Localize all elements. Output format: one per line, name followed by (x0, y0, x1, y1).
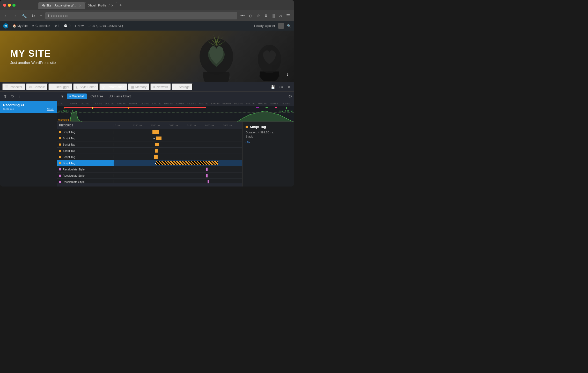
record-bar (152, 130, 159, 134)
address-bar[interactable]: ℹ ●●●●●●●●●● (45, 12, 237, 19)
maximize-button[interactable] (12, 4, 16, 7)
sidebar-button[interactable]: ▱ (277, 12, 284, 19)
tab-style-editor[interactable]: {} Style Editor (73, 83, 99, 90)
export-recording-button[interactable]: ↑ (17, 94, 21, 99)
wp-admin-mysite[interactable]: 🏠 My Site (12, 24, 28, 28)
record-name: Script Tag (63, 131, 75, 134)
bookmark-button[interactable]: ☆ (255, 12, 262, 19)
table-row[interactable]: Script Tag (57, 141, 242, 148)
flame-chart-button[interactable]: JS Flame Chart (107, 94, 133, 99)
delete-recording-button[interactable]: 🗑 (2, 94, 8, 99)
table-row[interactable]: Script Tag ▶ (57, 160, 242, 166)
menu-button[interactable]: ☰ (285, 12, 291, 19)
save-recording-button[interactable]: Save (47, 107, 54, 111)
record-bar-selected (156, 161, 218, 165)
tab-performance[interactable]: ◎ Performance (99, 83, 127, 90)
tab-mysite[interactable]: My Site – Just another WordPress s ✕ (38, 2, 85, 9)
history-button[interactable]: ||| (270, 12, 276, 19)
filter-button[interactable]: ▼ (59, 93, 66, 99)
script-color-indicator (59, 162, 61, 164)
wp-admin-right: Howdy, wpuser 🔍 (254, 23, 291, 29)
waterfall-button[interactable]: ≡ Waterfall (67, 94, 87, 99)
forward-button[interactable]: → (11, 12, 19, 19)
tab-storage[interactable]: ⊞ Storage (172, 83, 193, 90)
detail-stack-link[interactable]: /:60 (246, 140, 250, 143)
time-scale: 0 ms 1280 ms 2560 ms 3840 ms 5120 ms 640… (114, 124, 242, 127)
table-row[interactable]: Script Tag ▶ (57, 135, 242, 141)
tab-inspector[interactable]: ☰ Inspector (2, 83, 25, 90)
time-mark: 7680 ms (223, 124, 241, 127)
new-tab-button[interactable]: + (117, 2, 124, 9)
tab-close-icon[interactable]: ✕ (79, 4, 82, 8)
table-row[interactable]: Script Tag (57, 148, 242, 154)
records-list: Script Tag Script Tag (57, 129, 242, 183)
table-row[interactable]: Recalculate Style (57, 179, 242, 183)
search-icon[interactable]: 🔍 (287, 24, 291, 28)
minimize-button[interactable] (8, 4, 11, 7)
pocket-button[interactable]: ⊙ (247, 12, 254, 19)
ruler-mark: 3200 ms (152, 102, 164, 105)
more-devtools-button[interactable]: ••• (278, 84, 285, 90)
storage-icon: ⊞ (175, 85, 178, 89)
record-bar (155, 143, 159, 146)
fps-max-label: max 60 fps (58, 110, 69, 112)
hero-title: MY SITE (10, 48, 56, 59)
new-recording-button[interactable]: ↻ (10, 94, 16, 99)
marker-green2 (286, 107, 287, 109)
table-row[interactable]: Recalculate Style (57, 173, 242, 179)
table-row[interactable]: Recalculate Style (57, 166, 242, 173)
style-editor-icon: {} (76, 85, 78, 89)
tab-memory[interactable]: ▦ Memory (128, 83, 150, 90)
time-mark: 0 ms (115, 124, 133, 127)
reload-button[interactable]: ↻ (30, 12, 36, 19)
wp-admin-bar: W 🏠 My Site ✏ Customize ↻ 1 💬 0 + New 0.… (0, 21, 294, 31)
style-color-indicator (59, 168, 61, 170)
performance-main: ▼ ≡ Waterfall Call Tree JS Flame Chart ⚙ (57, 92, 294, 187)
scroll-down-icon[interactable]: ↓ (286, 71, 289, 77)
perf-settings-button[interactable]: ⚙ (288, 94, 292, 99)
tab-network[interactable]: ≡ Network (150, 83, 171, 90)
performance-icon: ◎ (102, 85, 105, 89)
more-button[interactable]: ••• (239, 12, 246, 19)
record-bar-area (114, 154, 242, 160)
download-button[interactable]: ⬇ (263, 12, 269, 19)
timeline-content: RECORDS 0 ms 1280 ms 2560 ms 3840 ms 512… (57, 122, 294, 187)
tab-xhgui[interactable]: Xhgui - Profile - / ✕ (85, 2, 117, 9)
fps-line (57, 112, 294, 113)
ruler-mark: 6000 ms (234, 102, 246, 105)
table-row[interactable]: Script Tag (57, 154, 242, 160)
tools-button[interactable]: 🔧 (20, 12, 28, 19)
devtools-tabbar: ☰ Inspector ▭ Console ⬡ Debugger {} Styl… (0, 82, 294, 92)
ruler-mark: 4000 ms (175, 102, 187, 105)
close-button[interactable] (3, 4, 6, 7)
tab-debugger[interactable]: ⬡ Debugger (48, 83, 72, 90)
records-header-label: RECORDS (57, 124, 114, 127)
style-color-indicator (59, 175, 61, 177)
ruler-mark: 6800 ms (258, 102, 269, 105)
back-button[interactable]: ← (3, 12, 10, 19)
wp-admin-customize[interactable]: ✏ Customize (32, 24, 50, 28)
home-button[interactable]: ⌂ (38, 12, 44, 19)
call-tree-button[interactable]: Call Tree (88, 94, 106, 99)
wp-admin-new[interactable]: + New (75, 24, 84, 28)
console-icon: ▭ (29, 85, 32, 89)
tab-close-icon[interactable]: ✕ (111, 4, 114, 8)
wp-admin-updates[interactable]: ↻ 1 (54, 24, 60, 28)
record-name: Recalculate Style (63, 174, 85, 177)
record-label: Recalculate Style (57, 180, 114, 183)
save-devtools-button[interactable]: 💾 (269, 84, 277, 90)
tab-console[interactable]: ▭ Console (26, 83, 48, 90)
record-label: Script Tag (57, 137, 114, 140)
ruler-mark: 1600 ms (105, 102, 117, 105)
tabs-bar: My Site – Just another WordPress s ✕ Xhg… (18, 2, 291, 9)
table-row[interactable]: Script Tag (57, 129, 242, 135)
timeline-overview: 0 ms 400 ms 800 ms 1200 ms 1600 ms 2000 … (57, 101, 294, 122)
record-label: Recalculate Style (57, 174, 114, 177)
timeline-scrollbar[interactable] (57, 183, 242, 187)
close-devtools-button[interactable]: ✕ (286, 84, 292, 90)
recording-item[interactable]: Recording #1 8234 ms Save (0, 101, 57, 113)
timeline-header-row: RECORDS 0 ms 1280 ms 2560 ms 3840 ms 512… (57, 122, 242, 129)
wp-logo[interactable]: W (3, 23, 8, 28)
wp-admin-comments[interactable]: 💬 0 (64, 24, 70, 28)
time-mark: 5120 ms (187, 124, 205, 127)
